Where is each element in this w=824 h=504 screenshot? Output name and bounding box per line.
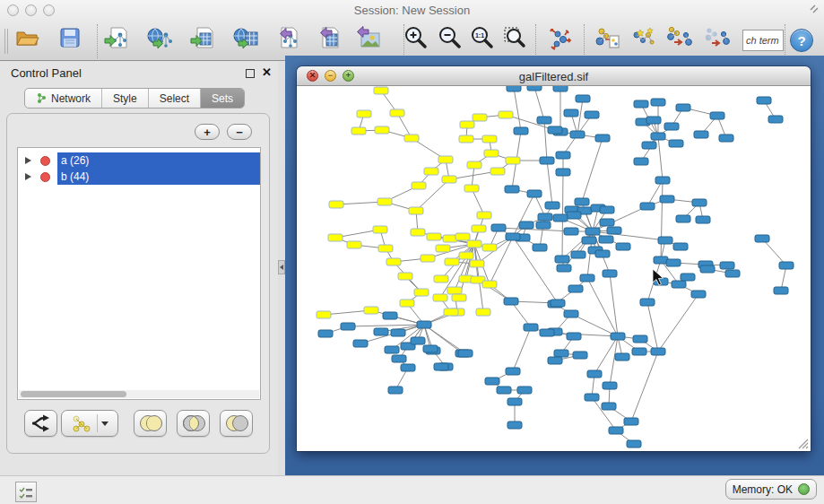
graph-node-blue[interactable] bbox=[564, 109, 578, 117]
graph-node-blue[interactable] bbox=[458, 350, 473, 357]
graph-node-blue[interactable] bbox=[673, 243, 688, 250]
network-window[interactable]: ✕ − + galFiltered.sif bbox=[297, 66, 811, 451]
graph-edge[interactable] bbox=[582, 138, 603, 202]
apply-layout-button[interactable] bbox=[544, 20, 575, 56]
graph-edge[interactable] bbox=[514, 88, 521, 131]
graph-node-blue[interactable] bbox=[696, 216, 710, 223]
graph-node-blue[interactable] bbox=[556, 152, 570, 159]
import-table-file-button[interactable] bbox=[187, 20, 218, 56]
graph-node-yellow[interactable] bbox=[473, 114, 487, 121]
graph-node-blue[interactable] bbox=[533, 244, 547, 251]
graph-node-blue[interactable] bbox=[423, 345, 438, 352]
graph-edge[interactable] bbox=[547, 161, 552, 205]
graph-node-blue[interactable] bbox=[627, 440, 641, 448]
graph-node-blue[interactable] bbox=[392, 355, 406, 362]
graph-node-yellow[interactable] bbox=[482, 135, 497, 143]
graph-node-blue[interactable] bbox=[585, 394, 599, 401]
split-sets-button[interactable] bbox=[24, 410, 57, 437]
network-canvas[interactable] bbox=[297, 86, 811, 451]
graph-node-blue[interactable] bbox=[524, 324, 538, 331]
graph-node-blue[interactable] bbox=[557, 265, 571, 272]
graph-node-yellow[interactable] bbox=[444, 308, 458, 316]
help-button[interactable]: ? bbox=[790, 29, 813, 52]
graph-node-blue[interactable] bbox=[640, 299, 655, 306]
graph-node-yellow[interactable] bbox=[455, 233, 470, 240]
graph-node-yellow[interactable] bbox=[477, 212, 491, 219]
graph-node-blue[interactable] bbox=[585, 111, 599, 118]
group-expand-button[interactable] bbox=[701, 20, 732, 56]
import-network-file-button[interactable] bbox=[101, 20, 132, 56]
graph-node-blue[interactable] bbox=[417, 321, 431, 328]
resize-grip-icon[interactable] bbox=[796, 437, 809, 449]
graph-node-blue[interactable] bbox=[548, 126, 562, 134]
graph-node-blue[interactable] bbox=[694, 131, 708, 138]
memory-status-button[interactable]: Memory: OK bbox=[725, 479, 817, 500]
graph-node-blue[interactable] bbox=[755, 235, 769, 242]
graph-node-yellow[interactable] bbox=[445, 258, 459, 265]
graph-node-yellow[interactable] bbox=[442, 176, 456, 183]
graph-node-blue[interactable] bbox=[497, 387, 511, 394]
graph-node-blue[interactable] bbox=[383, 312, 397, 319]
graph-node-blue[interactable] bbox=[353, 340, 368, 347]
graph-node-blue[interactable] bbox=[646, 117, 661, 124]
graph-node-blue[interactable] bbox=[540, 329, 554, 336]
graph-node-blue[interactable] bbox=[341, 323, 355, 330]
graph-node-yellow[interactable] bbox=[398, 273, 412, 280]
graph-node-blue[interactable] bbox=[580, 274, 594, 282]
venn-intersection-button[interactable] bbox=[177, 410, 210, 437]
graph-node-yellow[interactable] bbox=[467, 240, 481, 248]
graph-node-blue[interactable] bbox=[602, 403, 616, 410]
graph-node-blue[interactable] bbox=[634, 158, 648, 165]
graph-node-yellow[interactable] bbox=[364, 307, 378, 314]
graph-node-blue[interactable] bbox=[719, 135, 733, 142]
set-row-b[interactable]: b (44) bbox=[18, 169, 260, 185]
graph-node-blue[interactable] bbox=[506, 368, 520, 375]
graph-node-blue[interactable] bbox=[768, 116, 783, 123]
graph-node-blue[interactable] bbox=[725, 270, 740, 277]
graph-node-yellow[interactable] bbox=[484, 150, 499, 157]
graph-node-blue[interactable] bbox=[611, 333, 625, 340]
graph-node-blue[interactable] bbox=[624, 418, 638, 425]
save-session-button[interactable] bbox=[55, 20, 85, 56]
graph-node-blue[interactable] bbox=[385, 346, 399, 353]
graph-node-blue[interactable] bbox=[570, 131, 585, 138]
graph-node-blue[interactable] bbox=[554, 350, 568, 357]
export-table-button[interactable] bbox=[313, 20, 343, 56]
graph-edge[interactable] bbox=[631, 352, 658, 421]
graph-node-blue[interactable] bbox=[538, 213, 552, 221]
tab-network[interactable]: Network bbox=[25, 89, 102, 108]
tab-sets[interactable]: Sets bbox=[201, 89, 244, 108]
graph-node-blue[interactable] bbox=[567, 212, 581, 219]
graph-node-blue[interactable] bbox=[571, 251, 585, 258]
graph-node-blue[interactable] bbox=[504, 298, 518, 305]
collapse-panel-handle[interactable] bbox=[278, 260, 285, 274]
graph-node-yellow[interactable] bbox=[421, 255, 435, 262]
graph-node-blue[interactable] bbox=[603, 270, 617, 277]
graph-node-blue[interactable] bbox=[545, 202, 559, 209]
disclosure-triangle-icon[interactable] bbox=[25, 173, 31, 180]
export-network-button[interactable] bbox=[272, 20, 302, 56]
graph-node-blue[interactable] bbox=[585, 228, 600, 235]
graph-node-blue[interactable] bbox=[681, 274, 695, 281]
graph-node-yellow[interactable] bbox=[351, 127, 366, 135]
graph-node-blue[interactable] bbox=[556, 169, 570, 176]
graph-node-blue[interactable] bbox=[318, 330, 333, 337]
graph-node-blue[interactable] bbox=[676, 104, 690, 111]
group-highlight-button[interactable] bbox=[628, 20, 658, 56]
graph-node-yellow[interactable] bbox=[482, 244, 497, 251]
graph-edge[interactable] bbox=[499, 228, 571, 231]
graph-node-blue[interactable] bbox=[374, 328, 388, 335]
graph-node-blue[interactable] bbox=[651, 133, 665, 140]
graph-node-yellow[interactable] bbox=[377, 198, 392, 205]
graph-node-blue[interactable] bbox=[609, 427, 623, 434]
import-table-url-button[interactable] bbox=[230, 20, 261, 56]
import-network-url-button[interactable] bbox=[144, 20, 175, 56]
tab-select[interactable]: Select bbox=[149, 89, 201, 108]
graph-node-blue[interactable] bbox=[651, 348, 665, 355]
graph-node-blue[interactable] bbox=[660, 196, 674, 203]
graph-node-blue[interactable] bbox=[692, 199, 707, 206]
graph-node-yellow[interactable] bbox=[436, 245, 450, 252]
graph-node-blue[interactable] bbox=[757, 97, 771, 104]
graph-node-blue[interactable] bbox=[519, 222, 533, 229]
graph-node-blue[interactable] bbox=[434, 363, 448, 370]
